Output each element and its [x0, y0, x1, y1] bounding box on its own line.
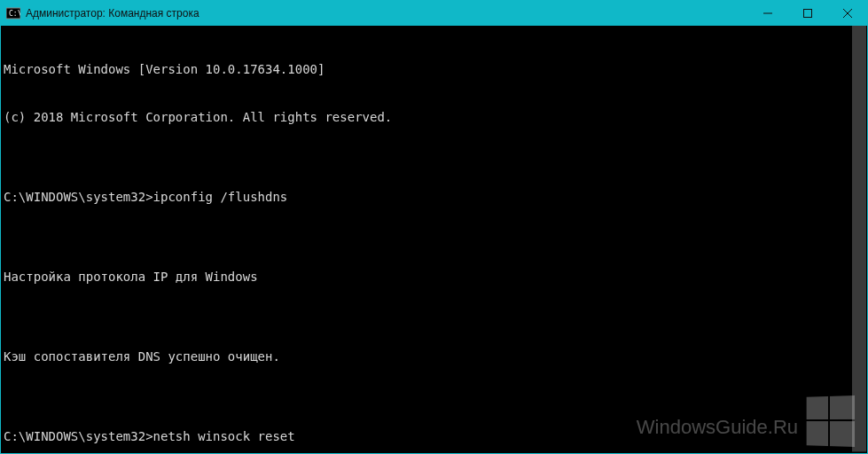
cmd-icon: C:\ [6, 6, 20, 20]
term-line: (c) 2018 Microsoft Corporation. All righ… [4, 109, 864, 125]
svg-rect-3 [803, 10, 811, 18]
term-line: Кэш сопоставителя DNS успешно очищен. [4, 348, 864, 364]
maximize-button[interactable] [787, 1, 827, 26]
window-controls [747, 1, 867, 26]
vertical-scrollbar[interactable] [852, 26, 866, 452]
titlebar[interactable]: C:\ Администратор: Командная строка [1, 1, 867, 26]
svg-text:C:\: C:\ [9, 10, 20, 18]
close-button[interactable] [827, 1, 867, 26]
scrollbar-thumb[interactable] [852, 26, 866, 451]
term-line: C:\WINDOWS\system32>ipconfig /flushdns [4, 189, 864, 205]
term-line: C:\WINDOWS\system32>netsh winsock reset [4, 428, 864, 444]
cmd-window: C:\ Администратор: Командная строка Micr… [0, 0, 868, 454]
window-title: Администратор: Командная строка [26, 7, 747, 20]
minimize-button[interactable] [747, 1, 787, 26]
term-line: Microsoft Windows [Version 10.0.17634.10… [4, 61, 864, 77]
terminal-output[interactable]: Microsoft Windows [Version 10.0.17634.10… [1, 26, 867, 453]
term-line: Настройка протокола IP для Windows [4, 269, 864, 285]
